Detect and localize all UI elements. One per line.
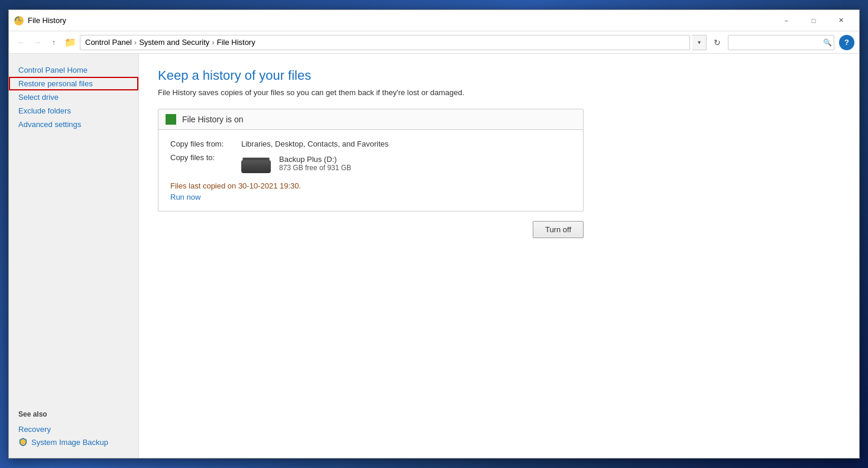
page-subtitle: File History saves copies of your files … xyxy=(158,88,840,97)
search-input[interactable] xyxy=(728,35,834,50)
sidebar-item-system-image-backup[interactable]: System Image Backup xyxy=(9,436,138,448)
sidebar: Control Panel Home Restore personal file… xyxy=(9,54,139,458)
sidebar-item-exclude-folders[interactable]: Exclude folders xyxy=(9,104,138,118)
sidebar-item-restore-personal-files[interactable]: Restore personal files xyxy=(9,77,138,90)
path-separator-2: › xyxy=(212,38,214,47)
copy-to-row: Copy files to: Backup Plus (D:) 873 GB f… xyxy=(170,153,571,173)
close-button[interactable]: ✕ xyxy=(827,10,854,31)
search-container: 🔍 xyxy=(728,35,834,50)
run-now-link[interactable]: Run now xyxy=(170,193,200,202)
sidebar-spacer xyxy=(9,131,138,405)
up-button[interactable]: ↑ xyxy=(47,35,61,50)
drive-body-part xyxy=(241,160,271,173)
status-text: File History is on xyxy=(182,115,243,124)
window-controls: − □ ✕ xyxy=(773,10,854,31)
status-panel: File History is on Copy files from: Libr… xyxy=(158,109,584,212)
sidebar-item-control-panel-home[interactable]: Control Panel Home xyxy=(9,63,138,77)
drive-info: Backup Plus (D:) 873 GB free of 931 GB xyxy=(241,153,351,173)
path-control-panel: Control Panel xyxy=(85,38,132,47)
main-content: Control Panel Home Restore personal file… xyxy=(9,54,859,458)
copy-to-label: Copy files to: xyxy=(170,153,241,162)
window-title: File History xyxy=(28,16,773,25)
content-area: Keep a history of your files File Histor… xyxy=(139,54,859,458)
address-path[interactable]: Control Panel › System and Security › Fi… xyxy=(80,35,690,50)
drive-capacity: 873 GB free of 931 GB xyxy=(279,164,351,172)
path-separator-1: › xyxy=(134,38,137,47)
copy-from-row: Copy files from: Libraries, Desktop, Con… xyxy=(170,139,571,148)
refresh-button[interactable]: ↻ xyxy=(709,34,726,51)
path-system-security: System and Security xyxy=(139,38,209,47)
drive-text-block: Backup Plus (D:) 873 GB free of 931 GB xyxy=(279,155,351,172)
path-folder-icon: 📁 xyxy=(64,37,76,48)
minimize-button[interactable]: − xyxy=(773,10,800,31)
drive-name: Backup Plus (D:) xyxy=(279,155,351,164)
sidebar-item-recovery[interactable]: Recovery xyxy=(9,423,138,436)
see-also-label: See also xyxy=(9,405,138,423)
turn-off-container: Turn off xyxy=(158,221,584,238)
forward-button[interactable]: → xyxy=(30,35,44,50)
sidebar-item-advanced-settings[interactable]: Advanced settings xyxy=(9,118,138,131)
sidebar-item-select-drive[interactable]: Select drive xyxy=(9,90,138,104)
shield-icon xyxy=(18,437,28,447)
last-copied-text: Files last copied on 30-10-2021 19:30. xyxy=(170,181,571,190)
status-indicator xyxy=(166,114,176,125)
page-title: Keep a history of your files xyxy=(158,68,840,83)
help-button[interactable]: ? xyxy=(839,35,854,50)
file-history-icon xyxy=(14,15,24,26)
path-file-history: File History xyxy=(217,38,255,47)
address-dropdown-button[interactable]: ▾ xyxy=(692,35,707,50)
main-window: File History − □ ✕ ← → ↑ 📁 Control Panel… xyxy=(8,9,860,459)
drive-icon xyxy=(241,153,271,173)
back-button[interactable]: ← xyxy=(14,35,28,50)
copy-from-value: Libraries, Desktop, Contacts, and Favori… xyxy=(241,139,388,148)
copy-from-label: Copy files from: xyxy=(170,139,241,148)
address-bar: ← → ↑ 📁 Control Panel › System and Secur… xyxy=(9,31,859,54)
search-button[interactable]: 🔍 xyxy=(823,38,832,47)
status-body: Copy files from: Libraries, Desktop, Con… xyxy=(158,130,583,211)
title-bar: File History − □ ✕ xyxy=(9,10,859,31)
status-header: File History is on xyxy=(158,109,583,130)
turn-off-button[interactable]: Turn off xyxy=(533,221,584,238)
maximize-button[interactable]: □ xyxy=(800,10,827,31)
